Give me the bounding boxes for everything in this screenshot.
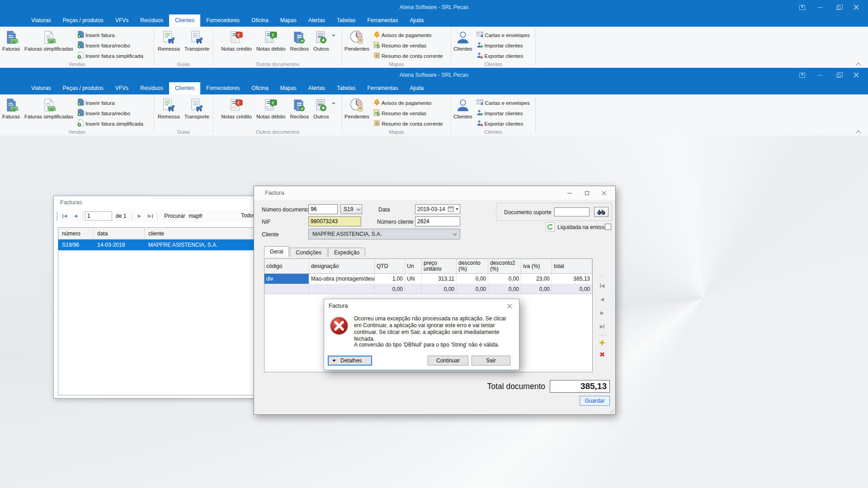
cell-codigo[interactable]: div bbox=[264, 274, 309, 284]
tab-vfvs[interactable]: VFVs bbox=[109, 14, 134, 27]
tab-oficina[interactable]: Oficina bbox=[245, 14, 274, 27]
tab-fornecedores[interactable]: Fornecedores bbox=[200, 14, 245, 27]
header-un[interactable]: Un bbox=[405, 259, 422, 273]
tab-viaturas[interactable]: Viaturas bbox=[25, 14, 57, 27]
faturas-button[interactable]: Faturas bbox=[0, 28, 22, 61]
tab-tabelas[interactable]: Tabelas bbox=[331, 82, 361, 94]
minimize-button[interactable] bbox=[811, 0, 829, 14]
cell-desconto[interactable]: 0,00 bbox=[457, 274, 488, 284]
cell-desconto2[interactable]: 0,00 bbox=[488, 274, 521, 284]
record-position-input[interactable] bbox=[85, 211, 112, 221]
outros-button[interactable]: Outros bbox=[311, 96, 331, 129]
dialog-maximize-button[interactable] bbox=[578, 186, 595, 200]
cell-un[interactable]: UN bbox=[405, 274, 422, 284]
error-close-button[interactable] bbox=[501, 299, 518, 313]
tab-ajuda[interactable]: Ajuda bbox=[404, 14, 429, 27]
grid-last-button[interactable]: ▶ bbox=[597, 319, 608, 333]
last-record-button[interactable]: ▶ bbox=[145, 211, 156, 221]
clientes-button[interactable]: Clientes bbox=[451, 28, 475, 61]
first-record-button[interactable]: ◀ bbox=[59, 211, 70, 221]
data-picker[interactable]: 2019-03-14 bbox=[415, 204, 460, 214]
delete-row-button[interactable]: ✖ bbox=[597, 349, 608, 361]
faturas-button[interactable]: Faturas bbox=[0, 96, 22, 129]
previous-record-button[interactable]: ◀ bbox=[70, 211, 81, 221]
guardar-button[interactable]: Guardar bbox=[580, 396, 610, 406]
tab-pecas-produtos[interactable]: Peças / produtos bbox=[57, 14, 109, 27]
remessa-button[interactable]: Remessa bbox=[156, 96, 182, 129]
grid-next-button[interactable]: ▶ bbox=[597, 306, 608, 319]
minimize-button[interactable] bbox=[811, 68, 829, 82]
tab-ajuda[interactable]: Ajuda bbox=[404, 82, 429, 94]
pendentes-button[interactable]: Pendentes bbox=[342, 28, 372, 61]
pendentes-button[interactable]: Pendentes bbox=[342, 96, 372, 129]
tab-pecas-produtos[interactable]: Peças / produtos bbox=[57, 82, 109, 94]
grid-row[interactable]: div Mao-obra (montagem/desm... 1,00 UN 3… bbox=[264, 274, 592, 284]
search-value[interactable]: mapfr bbox=[189, 213, 203, 219]
notas-debito-button[interactable]: € Notas débito bbox=[254, 28, 288, 61]
close-button[interactable] bbox=[847, 0, 865, 14]
recibos-button[interactable]: Recibos bbox=[288, 28, 311, 61]
tab-expedicao[interactable]: Expedição bbox=[328, 248, 365, 257]
tab-residuos[interactable]: Resíduos bbox=[134, 82, 169, 94]
exportar-clientes-button[interactable]: Exportar clientes bbox=[475, 51, 532, 61]
header-numero[interactable]: número bbox=[58, 228, 94, 239]
importar-clientes-button[interactable]: Importar clientes bbox=[475, 40, 532, 51]
restore-button[interactable] bbox=[829, 0, 847, 14]
detalhes-button[interactable]: Detalhes bbox=[328, 356, 372, 366]
navigator-grip[interactable]: ⋯ bbox=[599, 273, 605, 279]
resumo-conta-corrente-button[interactable]: Resumo de conta corrente bbox=[372, 51, 445, 61]
resumo-vendas-button[interactable]: Resumo de vendas bbox=[372, 40, 445, 51]
cell-preco-unitario[interactable]: 313,11 bbox=[422, 274, 457, 284]
refresh-button[interactable] bbox=[546, 222, 555, 231]
dialog-minimize-button[interactable] bbox=[561, 186, 578, 200]
outros-button[interactable]: Outros bbox=[311, 28, 331, 61]
notas-credito-button[interactable]: € Notas crédito bbox=[219, 96, 254, 129]
close-button[interactable] bbox=[847, 68, 865, 82]
tab-alertas[interactable]: Alertas bbox=[302, 82, 331, 94]
tab-vfvs[interactable]: VFVs bbox=[109, 82, 134, 94]
transporte-button[interactable]: Transporte bbox=[182, 96, 212, 129]
header-iva[interactable]: iva (%) bbox=[521, 259, 552, 273]
importar-clientes-button[interactable]: Importar clientes bbox=[475, 108, 532, 118]
dialog-close-button[interactable] bbox=[595, 186, 613, 200]
continuar-button[interactable]: Continuar bbox=[428, 356, 468, 366]
table-row[interactable]: S19/96 14-03-2019 MAPFRE ASISTENCIA, S.A… bbox=[58, 239, 256, 250]
recibos-button[interactable]: Recibos bbox=[288, 96, 311, 129]
inserir-fatura-simplificada-button[interactable]: Inserir fatura simplificada bbox=[75, 51, 145, 61]
tab-alertas[interactable]: Alertas bbox=[302, 14, 331, 27]
header-preco-unitario[interactable]: preço unitário bbox=[422, 259, 457, 273]
nif-input[interactable] bbox=[308, 216, 361, 226]
tab-ferramentas[interactable]: Ferramentas bbox=[361, 82, 404, 94]
transporte-button[interactable]: Transporte bbox=[182, 28, 212, 61]
header-qtd[interactable]: QTD bbox=[375, 259, 405, 273]
inserir-fatura-recibo-button[interactable]: Inserir fatura/recibo bbox=[75, 108, 145, 118]
notas-debito-button[interactable]: € Notas débito bbox=[254, 96, 288, 129]
header-designacao[interactable]: designação bbox=[309, 259, 375, 273]
tab-residuos[interactable]: Resíduos bbox=[134, 14, 169, 27]
cell-qtd[interactable]: 1,00 bbox=[375, 274, 405, 284]
tab-clientes[interactable]: Clientes bbox=[169, 14, 200, 27]
cell-iva[interactable]: 23,00 bbox=[521, 274, 552, 284]
inserir-fatura-button[interactable]: Inserir fatura bbox=[75, 30, 145, 40]
cell-designacao[interactable]: Mao-obra (montagem/desm... bbox=[309, 274, 375, 284]
resize-grip[interactable] bbox=[609, 408, 614, 413]
outros-dropdown-icon[interactable] bbox=[332, 35, 335, 37]
exportar-clientes-button[interactable]: Exportar clientes bbox=[475, 118, 532, 129]
tab-tabelas[interactable]: Tabelas bbox=[331, 14, 361, 27]
tab-clientes[interactable]: Clientes bbox=[169, 82, 200, 94]
tab-oficina[interactable]: Oficina bbox=[245, 82, 274, 94]
add-row-button[interactable]: ✚ bbox=[597, 337, 608, 349]
toolbar-grip[interactable] bbox=[56, 211, 58, 221]
liquidada-checkbox[interactable] bbox=[605, 224, 611, 230]
fullscreen-button[interactable] bbox=[793, 0, 811, 14]
header-desconto[interactable]: desconto (%) bbox=[457, 259, 488, 273]
search-document-button[interactable] bbox=[594, 207, 609, 217]
tab-viaturas[interactable]: Viaturas bbox=[25, 82, 57, 94]
faturas-simplificadas-button[interactable]: Faturas simplificadas bbox=[22, 96, 75, 129]
resumo-conta-corrente-button[interactable]: Resumo de conta corrente bbox=[372, 118, 445, 129]
tab-mapas[interactable]: Mapas bbox=[274, 82, 302, 94]
tab-geral[interactable]: Geral bbox=[264, 246, 289, 257]
procurar-button[interactable]: Procurar bbox=[164, 213, 185, 219]
cartas-envelopes-button[interactable]: Cartas e envelopes bbox=[475, 30, 532, 40]
next-record-button[interactable]: ▶ bbox=[134, 211, 145, 221]
